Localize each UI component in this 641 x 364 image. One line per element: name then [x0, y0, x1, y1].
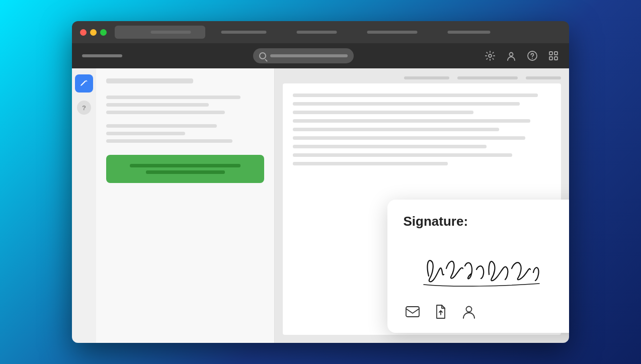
- traffic-lights: [80, 29, 107, 36]
- skeleton-line: [106, 124, 217, 128]
- signature-card: Completed Signature:: [387, 200, 570, 333]
- card-footer: Contract Uploaded: 21 hours ago: [404, 303, 570, 321]
- header-line: [457, 76, 518, 79]
- signature-card-wrapper: Completed Signature:: [387, 200, 570, 333]
- header-line: [404, 76, 449, 79]
- doc-line: [293, 111, 473, 114]
- title-bar: [72, 21, 569, 43]
- doc-line: [293, 162, 448, 165]
- tab-1: [151, 31, 191, 34]
- settings-icon[interactable]: [485, 50, 496, 61]
- doc-line: [293, 128, 499, 131]
- svg-rect-6: [549, 57, 552, 60]
- skeleton-line: [106, 96, 241, 99]
- tab-3: [297, 31, 337, 34]
- tab-4: [367, 31, 418, 34]
- skeleton-line: [106, 111, 225, 114]
- button-line-2: [146, 170, 225, 174]
- maximize-button[interactable]: [100, 29, 107, 36]
- card-icons: [404, 303, 478, 321]
- svg-rect-5: [554, 52, 557, 55]
- panel-section-1: [106, 96, 264, 114]
- help-icon[interactable]: [527, 50, 538, 61]
- doc-line: [293, 119, 530, 123]
- signature-area: [404, 233, 570, 299]
- panel-title: [106, 78, 193, 83]
- header-line: [526, 76, 561, 79]
- question-mark: ?: [82, 104, 86, 112]
- nav-logo: [82, 54, 122, 57]
- left-panel: [96, 68, 275, 343]
- minimize-button[interactable]: [90, 29, 97, 36]
- skeleton-line: [106, 132, 185, 135]
- browser-window: ?: [72, 21, 569, 343]
- doc-line: [293, 145, 487, 148]
- svg-point-1: [510, 53, 513, 56]
- tab-2: [221, 31, 267, 34]
- svg-point-3: [532, 58, 533, 59]
- nav-icons: [485, 50, 559, 61]
- doc-header: [283, 76, 561, 79]
- main-area: ?: [72, 68, 569, 343]
- tab-bar: [151, 31, 491, 34]
- close-button[interactable]: [80, 29, 87, 36]
- signature-label: Signature:: [404, 214, 570, 229]
- svg-point-0: [489, 54, 492, 57]
- svg-rect-7: [554, 57, 557, 60]
- svg-rect-8: [406, 307, 419, 317]
- doc-line: [293, 94, 538, 97]
- tab-5: [448, 31, 491, 34]
- search-icon: [259, 52, 266, 59]
- user-profile-icon[interactable]: [460, 303, 478, 321]
- email-icon[interactable]: [404, 303, 422, 321]
- signature-svg: [404, 238, 565, 294]
- document-area: Completed Signature:: [275, 68, 569, 343]
- nav-bar: [72, 43, 569, 68]
- sidebar: ?: [72, 68, 96, 343]
- button-line-1: [130, 164, 241, 167]
- doc-line: [293, 102, 520, 106]
- skeleton-line: [106, 103, 209, 107]
- svg-rect-4: [549, 52, 552, 55]
- skeleton-line: [106, 139, 232, 143]
- doc-line: [293, 136, 525, 140]
- grid-icon[interactable]: [548, 50, 559, 61]
- svg-point-9: [466, 307, 471, 312]
- panel-section-2: [106, 124, 264, 143]
- action-button[interactable]: [106, 155, 264, 183]
- user-icon[interactable]: [506, 50, 517, 61]
- edit-button[interactable]: [75, 74, 93, 93]
- upload-file-icon[interactable]: [432, 303, 450, 321]
- search-bar[interactable]: [253, 48, 354, 63]
- doc-line: [293, 153, 512, 157]
- help-sidebar-button[interactable]: ?: [77, 101, 91, 115]
- search-placeholder: [270, 54, 348, 57]
